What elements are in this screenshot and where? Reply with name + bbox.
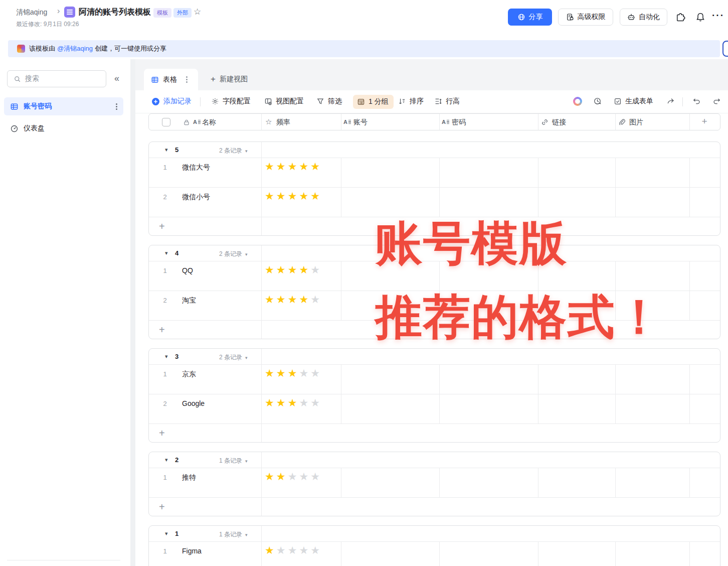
table-row[interactable]: 2微信小号★★★★★ bbox=[149, 188, 720, 217]
row-number: 2 bbox=[160, 400, 170, 407]
table-row[interactable]: 1QQ★★★★★ bbox=[149, 261, 720, 291]
column-header-account[interactable]: 账号 bbox=[353, 118, 368, 127]
group-record-count[interactable]: 2 条记录▾ bbox=[219, 250, 248, 258]
new-view-button[interactable]: + 新建视图 bbox=[211, 74, 248, 84]
filter-button[interactable]: 筛选 bbox=[316, 97, 342, 106]
history-button[interactable] bbox=[593, 97, 602, 105]
group-record-count[interactable]: 1 条记录▾ bbox=[219, 530, 248, 539]
more-menu-icon[interactable]: ··· bbox=[712, 10, 724, 21]
doc-lock-icon bbox=[566, 13, 574, 21]
attachment-icon bbox=[618, 118, 626, 126]
chevron-down-icon[interactable]: ▾ bbox=[165, 530, 168, 537]
sidebar-item-dashboard[interactable]: 仪表盘 bbox=[4, 119, 123, 137]
redo-button[interactable] bbox=[712, 97, 721, 105]
sidebar-item-table[interactable]: 账号密码 bbox=[4, 97, 123, 115]
content-gutter bbox=[130, 59, 135, 566]
group-header[interactable]: ▾21 条记录▾ bbox=[149, 452, 720, 468]
add-column-button[interactable]: + bbox=[698, 116, 710, 127]
rating-cell[interactable]: ★★★★★ bbox=[265, 367, 322, 379]
name-cell[interactable]: Google bbox=[182, 399, 205, 407]
use-template-button-partial[interactable] bbox=[722, 41, 728, 57]
add-record-row-button[interactable]: + bbox=[149, 217, 720, 235]
table-row[interactable]: 1京东★★★★★ bbox=[149, 365, 720, 394]
funnel-icon bbox=[316, 97, 324, 105]
row-height-icon bbox=[434, 97, 442, 105]
table-row[interactable]: 2淘宝★★★★★ bbox=[149, 291, 720, 321]
document-icon bbox=[64, 7, 75, 18]
chevron-down-icon: ▾ bbox=[245, 459, 248, 464]
column-header-password[interactable]: 密码 bbox=[452, 118, 466, 127]
add-record-button[interactable]: 添加记录 bbox=[151, 97, 192, 106]
group-header[interactable]: ▾32 条记录▾ bbox=[149, 349, 720, 365]
sort-button[interactable]: 排序 bbox=[398, 97, 424, 106]
chevron-down-icon[interactable]: ▾ bbox=[165, 250, 168, 256]
plus-icon: + bbox=[159, 221, 165, 231]
name-cell[interactable]: 推特 bbox=[182, 473, 196, 482]
group-record-count[interactable]: 2 条记录▾ bbox=[219, 147, 248, 155]
bitable-app: 清锦aqing › 阿清的账号列表模板 模板 外部 ☆ 最近修改: 9月1日 0… bbox=[0, 0, 728, 566]
add-record-row-button[interactable]: + bbox=[149, 321, 720, 339]
chevron-down-icon[interactable]: ▾ bbox=[165, 353, 168, 360]
rating-cell[interactable]: ★★★★★ bbox=[265, 161, 322, 173]
plus-icon: + bbox=[211, 74, 216, 84]
view-config-button[interactable]: 视图配置 bbox=[264, 97, 304, 106]
table-row[interactable]: 2Google★★★★★ bbox=[149, 394, 720, 424]
rating-cell[interactable]: ★★★★★ bbox=[265, 294, 322, 306]
name-cell[interactable]: 微信小号 bbox=[182, 193, 210, 202]
tab-more-icon[interactable] bbox=[186, 76, 188, 83]
column-header-link[interactable]: 链接 bbox=[552, 118, 566, 127]
table-row[interactable]: 1推特★★★★★ bbox=[149, 468, 720, 498]
breadcrumb[interactable]: 清锦aqing bbox=[16, 8, 47, 17]
automation-button[interactable]: 自动化 bbox=[620, 9, 667, 26]
table-row[interactable]: 1微信大号★★★★★ bbox=[149, 158, 720, 188]
column-header-image[interactable]: 图片 bbox=[629, 118, 643, 127]
share-button[interactable]: 分享 bbox=[508, 9, 552, 26]
undo-button[interactable] bbox=[692, 97, 701, 105]
name-cell[interactable]: 淘宝 bbox=[182, 296, 196, 305]
chevron-down-icon[interactable]: ▾ bbox=[165, 457, 168, 463]
add-record-row-button[interactable]: + bbox=[149, 498, 720, 516]
advanced-permission-button[interactable]: 高级权限 bbox=[558, 9, 613, 26]
group-button[interactable]: 1 分组 bbox=[353, 95, 394, 109]
row-height-button[interactable]: 行高 bbox=[434, 97, 460, 106]
search-placeholder: 搜索 bbox=[25, 74, 39, 83]
ai-assistant-icon[interactable] bbox=[573, 97, 582, 106]
record-group: ▾21 条记录▾1推特★★★★★+ bbox=[148, 452, 720, 516]
rating-cell[interactable]: ★★★★★ bbox=[265, 397, 322, 409]
name-cell[interactable]: 微信大号 bbox=[182, 163, 210, 172]
rating-cell[interactable]: ★★★★★ bbox=[265, 264, 322, 276]
field-config-button[interactable]: 字段配置 bbox=[211, 97, 251, 106]
item-more-icon[interactable] bbox=[116, 103, 117, 110]
plus-circle-icon bbox=[151, 97, 160, 106]
share-view-icon[interactable] bbox=[666, 97, 675, 105]
tab-grid-view[interactable]: 表格 bbox=[144, 69, 198, 90]
group-header[interactable]: ▾52 条记录▾ bbox=[149, 142, 720, 158]
group-header[interactable]: ▾42 条记录▾ bbox=[149, 245, 720, 261]
name-cell[interactable]: QQ bbox=[182, 266, 193, 274]
select-all-checkbox[interactable] bbox=[162, 118, 170, 126]
table-row[interactable]: 1Figma★★★★★ bbox=[149, 542, 720, 566]
banner-mention-link[interactable]: @清锦aqing bbox=[57, 44, 93, 53]
name-cell[interactable]: 京东 bbox=[182, 370, 196, 379]
name-cell[interactable]: Figma bbox=[182, 547, 202, 555]
add-record-row-button[interactable]: + bbox=[149, 424, 720, 442]
chevron-down-icon[interactable]: ▾ bbox=[165, 147, 168, 153]
collapse-sidebar-icon[interactable]: « bbox=[114, 73, 119, 84]
group-record-count[interactable]: 1 条记录▾ bbox=[219, 457, 248, 465]
group-record-count[interactable]: 2 条记录▾ bbox=[219, 353, 248, 362]
rating-cell[interactable]: ★★★★★ bbox=[265, 190, 322, 202]
search-input[interactable]: 搜索 bbox=[7, 70, 106, 87]
column-header-frequency[interactable]: 频率 bbox=[276, 118, 290, 127]
generate-form-button[interactable]: 生成表单 bbox=[614, 97, 653, 106]
column-header-name[interactable]: 名称 bbox=[202, 118, 216, 127]
bell-icon[interactable] bbox=[695, 12, 705, 22]
record-group: ▾52 条记录▾1微信大号★★★★★2微信小号★★★★★+ bbox=[148, 142, 720, 236]
row-number: 1 bbox=[160, 164, 170, 171]
plugin-icon[interactable] bbox=[675, 12, 685, 22]
rating-cell[interactable]: ★★★★★ bbox=[265, 471, 322, 483]
dashboard-icon bbox=[10, 124, 19, 133]
rating-cell[interactable]: ★★★★★ bbox=[265, 544, 322, 556]
group-header[interactable]: ▾11 条记录▾ bbox=[149, 526, 720, 542]
favorite-star-icon[interactable]: ☆ bbox=[194, 7, 201, 17]
banner-text-prefix: 该模板由 bbox=[29, 44, 55, 53]
